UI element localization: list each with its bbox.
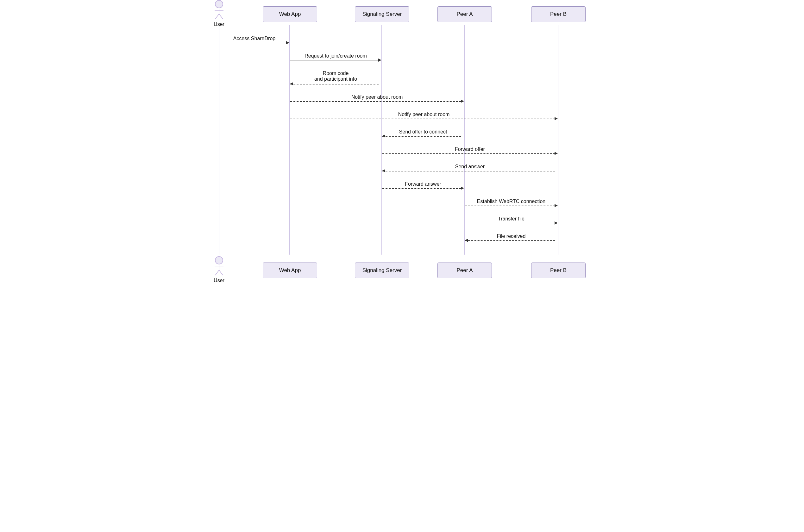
message-label: Access ShareDrop: [219, 36, 290, 41]
svg-line-6: [215, 270, 219, 275]
actor-user-top: User: [211, 0, 227, 27]
participant-label: Peer A: [456, 11, 473, 17]
arrow-head-icon: [461, 187, 464, 190]
arrow-head-icon: [378, 58, 381, 62]
participant-peerB-bottom: Peer B: [531, 263, 586, 278]
message-line: [290, 60, 379, 60]
arrow-head-icon: [465, 239, 468, 242]
message-line: [382, 153, 555, 154]
lifeline-signaling: [381, 25, 382, 254]
message-label: Request to join/create room: [290, 53, 382, 59]
message-line: [382, 136, 461, 137]
svg-line-2: [215, 14, 219, 19]
actor-label: User: [211, 21, 227, 27]
actor-body-icon: [211, 8, 227, 21]
participant-peerA-bottom: Peer A: [437, 263, 492, 278]
participant-label: Peer A: [456, 267, 473, 273]
message-label: Notify peer about room: [290, 112, 558, 117]
message-line: [290, 101, 461, 102]
arrow-head-icon: [382, 169, 385, 172]
participant-label: Signaling Server: [362, 11, 402, 17]
participant-webapp-bottom: Web App: [263, 263, 317, 278]
arrow-head-icon: [554, 222, 558, 225]
message-line: [465, 223, 555, 223]
message-label: Forward answer: [382, 181, 464, 187]
message-line: [382, 188, 461, 189]
lifeline-user: [219, 25, 219, 254]
message-line: [382, 171, 555, 171]
participant-label: Peer B: [550, 11, 567, 17]
message-line: [465, 240, 555, 241]
message-label: Transfer file: [464, 216, 558, 222]
participant-peerB-top: Peer B: [531, 6, 586, 22]
actor-head-icon: [215, 0, 223, 8]
participant-label: Web App: [279, 11, 301, 17]
participant-webapp-top: Web App: [263, 6, 317, 22]
message-label: Room codeand participant info: [290, 71, 382, 82]
participant-label: Web App: [279, 267, 301, 273]
lifeline-webapp: [289, 25, 290, 254]
message-line: [465, 206, 555, 206]
arrow-head-icon: [554, 117, 558, 120]
arrow-head-icon: [286, 41, 289, 44]
arrow-head-icon: [290, 82, 293, 86]
message-label: Forward offer: [382, 147, 558, 152]
participant-label: Peer B: [550, 267, 567, 273]
message-label: Send offer to connect: [382, 129, 464, 135]
arrow-head-icon: [461, 100, 464, 103]
message-label: Send answer: [382, 164, 558, 170]
message-label: Notify peer about room: [290, 94, 464, 100]
sequence-diagram: UserWeb AppSignaling ServerPeer APeer BA…: [180, 0, 624, 297]
arrow-head-icon: [554, 152, 558, 155]
message-line: [220, 43, 287, 43]
svg-line-7: [219, 270, 223, 275]
actor-label: User: [211, 278, 227, 283]
arrow-head-icon: [554, 204, 558, 207]
actor-body-icon: [211, 264, 227, 277]
message-label: File received: [464, 233, 558, 239]
svg-line-3: [219, 14, 223, 19]
message-label: Establish WebRTC connection: [464, 198, 558, 204]
participant-signaling-top: Signaling Server: [355, 6, 409, 22]
participant-signaling-bottom: Signaling Server: [355, 263, 409, 278]
message-line: [290, 84, 379, 84]
participant-label: Signaling Server: [362, 267, 402, 273]
message-line: [290, 119, 555, 119]
arrow-head-icon: [382, 134, 385, 138]
participant-peerA-top: Peer A: [437, 6, 492, 22]
actor-user-bottom: User: [211, 256, 227, 283]
actor-head-icon: [215, 256, 223, 264]
